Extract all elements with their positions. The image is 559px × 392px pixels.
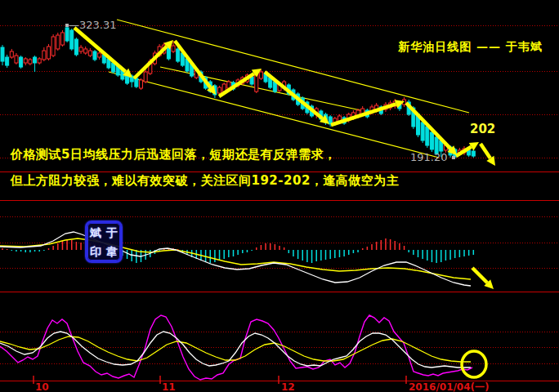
target-price-label: 202 [470, 122, 495, 136]
panel-dividers [0, 172, 559, 381]
chart-window: —323.31 新华油日线图 —— 于韦斌 191.20 202 价格测试5日均… [0, 0, 559, 392]
chart-canvas[interactable] [0, 0, 559, 392]
annotation-line-2: 但上方阻力较强，难以有效突破，关注区间192-202，逢高做空为主 [11, 174, 399, 188]
low-price-label: 191.20 [410, 152, 448, 163]
peak-price-label: —323.31 [69, 20, 117, 31]
macd-histogram [2, 238, 473, 263]
month-label-11: 11 [162, 382, 176, 392]
month-label-12: 12 [281, 382, 295, 392]
chart-title: 新华油日线图 —— 于韦斌 [340, 41, 543, 53]
macd-lines [0, 232, 471, 286]
axis-ticks [34, 376, 406, 384]
grid-lines [0, 26, 559, 364]
seal-char: 斌 [90, 227, 101, 238]
date-label: 2016/01/04(一) [409, 382, 490, 392]
month-label-10: 10 [35, 382, 49, 392]
seal-char: 于 [106, 227, 118, 238]
annotation-line-1: 价格测试5日均线压力后迅速回落，短期还是有反弹需求， [11, 148, 336, 162]
seal-char: 印 [90, 246, 101, 257]
seal-stamp: 斌 于 印 韋 [85, 220, 123, 263]
seal-char: 韋 [106, 246, 118, 257]
